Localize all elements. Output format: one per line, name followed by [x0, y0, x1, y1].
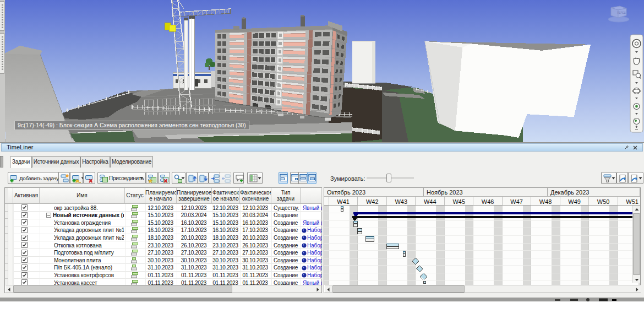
svg-text:W48: W48: [539, 198, 552, 205]
svg-text:ПЕРЕД: ПЕРЕД: [617, 12, 625, 14]
svg-text:W41: W41: [337, 198, 350, 205]
svg-text:W44: W44: [424, 198, 436, 205]
svg-text:W46: W46: [482, 198, 494, 205]
svg-text:Ноябрь 2023: Ноябрь 2023: [427, 189, 463, 196]
svg-text:W42: W42: [366, 198, 379, 205]
svg-text:W49: W49: [568, 198, 581, 205]
svg-text:W45: W45: [452, 198, 465, 205]
svg-text:W50: W50: [597, 198, 610, 205]
svg-text:Октябрь 2023: Октябрь 2023: [327, 189, 365, 196]
svg-text:Декабрь 2023: Декабрь 2023: [550, 189, 589, 196]
svg-text:W43: W43: [395, 198, 407, 205]
svg-text:W47: W47: [510, 198, 523, 205]
svg-text:W51: W51: [626, 198, 638, 205]
